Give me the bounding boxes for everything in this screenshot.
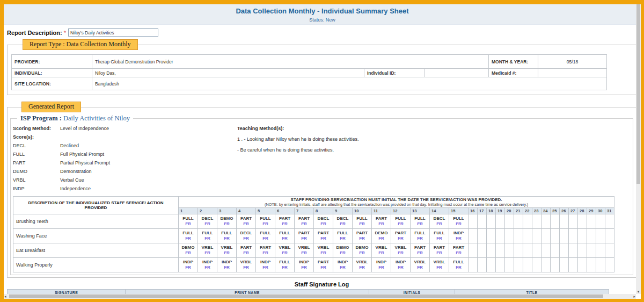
day-score-cell[interactable]: INDPFR xyxy=(449,229,469,243)
staff-initials-link[interactable]: FR xyxy=(314,250,333,256)
staff-initials-link[interactable]: FR xyxy=(256,221,275,227)
day-score-cell[interactable] xyxy=(532,229,541,243)
day-score-cell[interactable]: FULLFR xyxy=(353,214,372,229)
day-score-cell[interactable]: FULLFR xyxy=(256,214,275,229)
staff-initials-link[interactable]: FR xyxy=(179,265,197,270)
staff-initials-link[interactable]: FR xyxy=(217,265,236,270)
day-score-cell[interactable]: PARTFR xyxy=(372,214,391,229)
staff-initials-link[interactable]: FR xyxy=(411,236,429,241)
day-score-cell[interactable] xyxy=(587,229,596,243)
staff-initials-link[interactable]: FR xyxy=(198,250,217,256)
staff-initials-link[interactable]: FR xyxy=(430,265,449,270)
staff-initials-link[interactable]: FR xyxy=(411,265,429,270)
day-score-cell[interactable]: PARTFR xyxy=(314,229,333,243)
day-score-cell[interactable]: FULLFR xyxy=(275,229,295,243)
day-score-cell[interactable] xyxy=(605,229,614,243)
staff-initials-link[interactable]: FR xyxy=(179,236,197,241)
day-score-cell[interactable] xyxy=(578,243,587,258)
staff-initials-link[interactable]: FR xyxy=(411,221,429,227)
day-score-cell[interactable]: VRBLFR xyxy=(391,243,411,258)
day-score-cell[interactable] xyxy=(596,214,605,229)
staff-initials-link[interactable]: FR xyxy=(217,236,236,241)
day-score-cell[interactable]: PARTFR xyxy=(256,243,275,258)
staff-initials-link[interactable]: FR xyxy=(198,221,217,227)
staff-initials-link[interactable]: FR xyxy=(275,221,294,227)
staff-initials-link[interactable]: FR xyxy=(391,250,410,256)
day-score-cell[interactable] xyxy=(469,214,478,229)
staff-initials-link[interactable]: FR xyxy=(449,250,468,256)
day-score-cell[interactable] xyxy=(469,243,478,258)
day-score-cell[interactable] xyxy=(478,214,487,229)
staff-initials-link[interactable]: FR xyxy=(275,265,294,270)
day-score-cell[interactable]: DEMOFR xyxy=(372,229,391,243)
staff-initials-link[interactable]: FR xyxy=(217,221,236,227)
day-score-cell[interactable]: FULLFR xyxy=(391,214,411,229)
staff-initials-link[interactable]: FR xyxy=(333,250,352,256)
day-score-cell[interactable] xyxy=(551,214,560,229)
day-score-cell[interactable]: INDPFR xyxy=(179,258,198,272)
day-score-cell[interactable] xyxy=(541,243,551,258)
staff-initials-link[interactable]: FR xyxy=(353,236,371,241)
day-score-cell[interactable] xyxy=(541,214,551,229)
staff-initials-link[interactable]: FR xyxy=(372,221,391,227)
day-score-cell[interactable] xyxy=(505,214,514,229)
day-score-cell[interactable] xyxy=(514,214,523,229)
vertical-scrollbar[interactable]: ▾ xyxy=(636,4,641,294)
day-score-cell[interactable]: DECLFR xyxy=(314,214,333,229)
day-score-cell[interactable] xyxy=(478,258,487,272)
day-score-cell[interactable]: INDPFR xyxy=(391,258,411,272)
day-score-cell[interactable]: VRBLFR xyxy=(295,243,314,258)
day-score-cell[interactable]: VRBLFR xyxy=(430,258,449,272)
staff-initials-link[interactable]: FR xyxy=(217,250,236,256)
scroll-right-arrow-icon[interactable]: ▸ xyxy=(633,294,635,299)
day-score-cell[interactable] xyxy=(487,214,496,229)
day-score-cell[interactable] xyxy=(560,214,569,229)
day-score-cell[interactable] xyxy=(523,229,532,243)
day-score-cell[interactable] xyxy=(532,258,541,272)
day-score-cell[interactable]: DEMOFR xyxy=(333,243,353,258)
day-score-cell[interactable] xyxy=(569,243,578,258)
day-score-cell[interactable] xyxy=(523,214,532,229)
day-score-cell[interactable] xyxy=(587,214,596,229)
day-score-cell[interactable]: DEMOFR xyxy=(353,243,372,258)
day-score-cell[interactable]: VRBLFR xyxy=(198,243,217,258)
day-score-cell[interactable]: FULLFR xyxy=(217,229,237,243)
staff-initials-link[interactable]: FR xyxy=(372,265,391,270)
staff-initials-link[interactable]: FR xyxy=(198,236,217,241)
day-score-cell[interactable]: PARTFR xyxy=(391,229,411,243)
staff-initials-link[interactable]: FR xyxy=(295,236,313,241)
day-score-cell[interactable]: VRBLFR xyxy=(275,243,295,258)
horizontal-scrollbar-thumb[interactable] xyxy=(9,294,603,298)
staff-initials-link[interactable]: FR xyxy=(198,265,217,270)
scroll-left-arrow-icon[interactable]: ◂ xyxy=(4,294,6,299)
day-score-cell[interactable]: PARTFR xyxy=(411,243,430,258)
day-score-cell[interactable] xyxy=(551,229,560,243)
day-score-cell[interactable] xyxy=(587,243,596,258)
day-score-cell[interactable] xyxy=(496,258,505,272)
day-score-cell[interactable] xyxy=(496,214,505,229)
vertical-scrollbar-thumb[interactable] xyxy=(636,4,640,184)
day-score-cell[interactable]: VRBLFR xyxy=(372,243,391,258)
day-score-cell[interactable] xyxy=(514,229,523,243)
day-score-cell[interactable] xyxy=(560,229,569,243)
day-score-cell[interactable]: PARTFR xyxy=(353,229,372,243)
staff-initials-link[interactable]: FR xyxy=(275,236,294,241)
day-score-cell[interactable]: FULLFR xyxy=(198,229,217,243)
day-score-cell[interactable] xyxy=(514,243,523,258)
staff-initials-link[interactable]: FR xyxy=(372,250,391,256)
day-score-cell[interactable] xyxy=(541,258,551,272)
staff-initials-link[interactable]: FR xyxy=(353,265,371,270)
staff-initials-link[interactable]: FR xyxy=(237,236,255,241)
staff-initials-link[interactable]: FR xyxy=(333,236,352,241)
day-score-cell[interactable] xyxy=(578,214,587,229)
day-score-cell[interactable] xyxy=(505,243,514,258)
day-score-cell[interactable]: DECLFR xyxy=(430,214,449,229)
staff-initials-link[interactable]: FR xyxy=(449,221,468,227)
staff-initials-link[interactable]: FR xyxy=(295,250,313,256)
day-score-cell[interactable] xyxy=(596,258,605,272)
day-score-cell[interactable] xyxy=(569,258,578,272)
day-score-cell[interactable]: INDPFR xyxy=(198,258,217,272)
scroll-down-arrow-icon[interactable]: ▾ xyxy=(636,290,641,293)
day-score-cell[interactable]: INDPFR xyxy=(295,258,314,272)
day-score-cell[interactable]: VRBLFR xyxy=(217,243,237,258)
